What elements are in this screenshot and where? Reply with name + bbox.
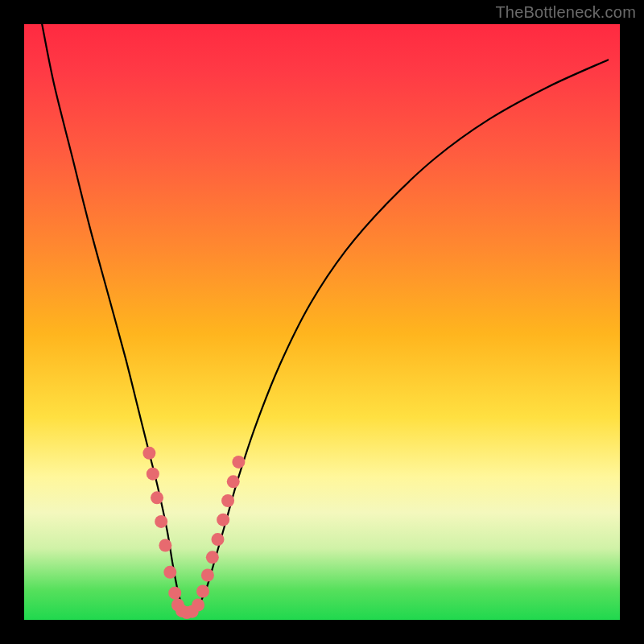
curve-marker: [163, 566, 176, 579]
curve-marker: [151, 491, 163, 504]
watermark-text: TheBottleneck.com: [495, 3, 636, 22]
curve-marker: [155, 515, 167, 528]
bottleneck-curve: [42, 24, 608, 613]
curve-marker: [168, 587, 181, 600]
curve-marker: [221, 494, 234, 507]
curve-marker: [206, 551, 219, 564]
curve-marker: [196, 584, 209, 597]
curve-marker: [227, 475, 240, 488]
curve-marker: [142, 447, 155, 460]
curve-marker: [217, 514, 229, 526]
plot-area: [24, 24, 620, 620]
curve-marker: [201, 569, 214, 582]
marker-group: [142, 447, 245, 619]
curve-marker: [192, 599, 204, 612]
curve-marker: [212, 533, 225, 546]
curve-layer: [24, 24, 620, 620]
chart-frame: TheBottleneck.com: [0, 0, 644, 644]
curve-marker: [232, 456, 245, 469]
curve-marker: [147, 468, 159, 481]
curve-marker: [159, 539, 171, 552]
